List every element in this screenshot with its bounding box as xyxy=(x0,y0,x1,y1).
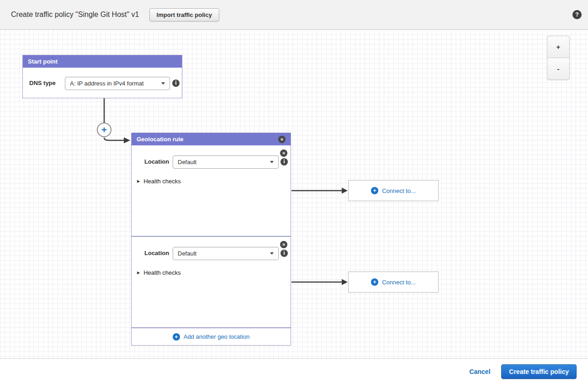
dns-type-select[interactable]: A: IP address in IPv4 format xyxy=(65,77,170,90)
connect-to-label: Connect to... xyxy=(382,279,416,286)
add-rule-connector-button[interactable]: + xyxy=(97,123,111,137)
chevron-down-icon xyxy=(270,161,274,163)
location-info-icon[interactable]: i xyxy=(281,158,288,165)
geo-location-section-1: ✕ Location Default i ▶ Health checks xyxy=(132,145,291,237)
start-point-body: DNS type A: IP address in IPv4 format i xyxy=(23,68,182,98)
plus-icon: + xyxy=(371,278,378,286)
remove-location-icon[interactable]: ✕ xyxy=(280,149,287,157)
connect-to-label: Connect to... xyxy=(382,187,416,194)
zoom-in-button[interactable]: + xyxy=(547,36,570,58)
chevron-down-icon xyxy=(161,82,165,85)
health-checks-label: Health checks xyxy=(143,269,181,276)
create-traffic-policy-button[interactable]: Create traffic policy xyxy=(501,364,577,379)
plus-icon: + xyxy=(173,333,180,341)
policy-canvas[interactable]: + - Start point DNS type A: IP address i… xyxy=(0,30,588,359)
dns-type-info-icon[interactable]: i xyxy=(172,80,180,87)
geo-location-section-2: ✕ Location Default i ▶ Health checks xyxy=(132,237,291,328)
zoom-out-button[interactable]: - xyxy=(547,58,570,80)
help-icon[interactable]: ? xyxy=(572,10,582,19)
health-checks-toggle[interactable]: ▶ Health checks xyxy=(137,178,181,185)
chevron-down-icon xyxy=(270,252,274,255)
connect-to-button-1[interactable]: + Connect to... xyxy=(348,180,439,201)
health-checks-label: Health checks xyxy=(143,178,181,185)
add-geo-location-button[interactable]: + Add another geo location xyxy=(132,328,291,345)
cancel-button[interactable]: Cancel xyxy=(469,368,490,375)
geolocation-rule-title: Geolocation rule xyxy=(137,136,184,143)
start-point-title: Start point xyxy=(28,58,58,65)
start-point-header: Start point xyxy=(23,55,182,68)
location-value: Default xyxy=(178,159,196,165)
start-point-node: Start point DNS type A: IP address in IP… xyxy=(22,55,182,98)
import-traffic-policy-button[interactable]: Import traffic policy xyxy=(149,8,219,21)
header-bar: Create traffic policy "Single Git Host" … xyxy=(0,0,588,30)
geolocation-rule-header: Geolocation rule ✕ xyxy=(132,133,291,145)
remove-rule-icon[interactable]: ✕ xyxy=(278,136,286,143)
disclosure-triangle-icon: ▶ xyxy=(137,271,140,275)
page-title: Create traffic policy "Single Git Host" … xyxy=(11,11,139,19)
dns-type-label: DNS type xyxy=(29,80,56,86)
location-value: Default xyxy=(178,250,196,257)
add-geo-location-label: Add another geo location xyxy=(184,333,250,340)
traffic-policy-editor: Create traffic policy "Single Git Host" … xyxy=(0,0,588,384)
location-info-icon[interactable]: i xyxy=(281,250,288,257)
remove-location-icon[interactable]: ✕ xyxy=(280,241,287,248)
disclosure-triangle-icon: ▶ xyxy=(137,179,140,183)
location-select[interactable]: Default xyxy=(173,155,279,169)
connect-to-button-2[interactable]: + Connect to... xyxy=(348,272,439,293)
action-bar: Cancel Create traffic policy xyxy=(0,359,588,384)
location-label: Location xyxy=(144,250,169,256)
dns-type-value: A: IP address in IPv4 format xyxy=(70,80,144,87)
plus-icon: + xyxy=(371,187,378,194)
health-checks-toggle[interactable]: ▶ Health checks xyxy=(137,269,181,276)
geolocation-rule-node: Geolocation rule ✕ ✕ Location Default i … xyxy=(131,133,291,346)
location-select[interactable]: Default xyxy=(173,247,279,260)
zoom-controls: + - xyxy=(547,36,570,80)
location-label: Location xyxy=(144,158,169,165)
